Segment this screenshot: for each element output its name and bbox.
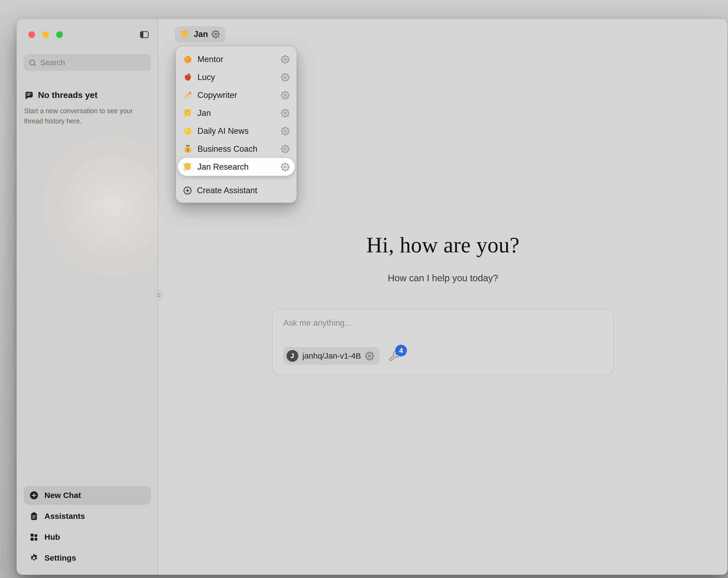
tools-count-badge: 4	[395, 345, 407, 356]
wave-emoji-icon	[183, 162, 192, 172]
nav-item-label: Assistants	[45, 512, 85, 521]
empty-state-title: No threads yet	[38, 90, 97, 100]
plus-circle-outline-icon	[183, 186, 192, 195]
zoom-window-button[interactable]	[56, 31, 63, 38]
app-window: No threads yet Start a new conversation …	[17, 19, 727, 575]
model-selector-button[interactable]: J janhq/Jan-v1-4B	[283, 347, 380, 365]
tools-button[interactable]: 4	[389, 350, 400, 362]
minimize-window-button[interactable]	[42, 31, 49, 38]
drag-dots-icon	[157, 292, 160, 298]
assistant-menu-item-label: Copywriter	[198, 91, 276, 100]
greeting-subtitle: How can I help you today?	[388, 273, 498, 283]
assistant-menu-item-jan[interactable]: Jan	[179, 104, 294, 122]
assistant-item-gear-icon[interactable]	[281, 145, 289, 153]
assistant-menu-item-jan-research[interactable]: Jan Research	[178, 158, 294, 176]
sidebar-item-hub[interactable]: Hub	[24, 528, 151, 547]
assistant-item-gear-icon[interactable]	[281, 73, 289, 82]
assistant-item-gear-icon[interactable]	[281, 91, 289, 100]
create-assistant-label: Create Assistant	[197, 186, 289, 195]
orange-circle-emoji-icon	[183, 55, 192, 64]
assistant-menu-item-label: Jan Research	[198, 162, 276, 172]
search-field[interactable]	[41, 58, 146, 67]
assistant-item-gear-icon[interactable]	[281, 163, 289, 171]
sidebar-toggle-button[interactable]	[139, 30, 149, 40]
yellow-circle-emoji-icon	[183, 126, 192, 136]
assistant-item-gear-icon[interactable]	[281, 127, 289, 135]
assistant-menu-item-daily-ai-news[interactable]: Daily AI News	[179, 122, 294, 140]
assistant-item-gear-icon[interactable]	[281, 55, 289, 64]
greeting-title: Hi, how are you?	[366, 232, 520, 258]
sidebar-toggle-icon	[139, 30, 149, 40]
composer[interactable]: J janhq/Jan-v1-4B 4	[272, 308, 614, 375]
search-input[interactable]	[24, 54, 151, 71]
composer-toolbar: J janhq/Jan-v1-4B 4	[283, 347, 604, 365]
sidebar-resize-handle[interactable]	[155, 290, 162, 300]
model-name: janhq/Jan-v1-4B	[303, 351, 361, 360]
menu-divider	[180, 178, 292, 179]
titlebar	[17, 19, 158, 40]
sidebar-item-new-chat[interactable]: New Chat	[24, 486, 151, 505]
sidebar-item-assistants[interactable]: Assistants	[24, 507, 151, 526]
chat-bubble-icon	[24, 91, 34, 100]
assistant-menu-item-copywriter[interactable]: Copywriter	[179, 86, 294, 104]
model-avatar: J	[287, 350, 298, 362]
apple-emoji-icon	[183, 73, 192, 82]
model-settings-gear-icon[interactable]	[365, 352, 374, 360]
assistant-item-gear-icon[interactable]	[281, 109, 289, 118]
nav-item-label: Hub	[45, 532, 60, 542]
assistant-menu-item-label: Business Coach	[198, 144, 276, 154]
empty-state: No threads yet Start a new conversation …	[17, 71, 158, 126]
sidebar-item-settings[interactable]: Settings	[24, 549, 151, 567]
money-bag-emoji-icon	[183, 144, 192, 154]
create-assistant-button[interactable]: Create Assistant	[179, 181, 294, 199]
plus-circle-icon	[29, 491, 38, 500]
assistant-menu-item-label: Lucy	[198, 73, 276, 82]
main-area: Jan Mentor Lucy Copywriter	[158, 19, 727, 575]
wave-emoji-icon	[183, 108, 192, 118]
pencil-emoji-icon	[183, 91, 192, 100]
hub-grid-icon	[29, 532, 38, 542]
assistant-menu-item-business-coach[interactable]: Business Coach	[179, 140, 294, 158]
assistant-menu-item-lucy[interactable]: Lucy	[179, 68, 294, 86]
nav-item-label: New Chat	[45, 491, 81, 500]
assistant-menu: Mentor Lucy Copywriter Jan Daily AI News	[176, 46, 297, 203]
assistant-menu-item-label: Mentor	[198, 55, 276, 64]
search-icon	[28, 58, 37, 67]
sidebar: No threads yet Start a new conversation …	[17, 19, 158, 575]
prompt-input[interactable]	[283, 318, 604, 328]
assistant-menu-item-mentor[interactable]: Mentor	[179, 50, 294, 68]
assistant-menu-item-label: Jan	[198, 108, 276, 118]
assistants-clipboard-icon	[29, 512, 38, 521]
settings-gear-icon	[29, 553, 38, 562]
nav-item-label: Settings	[45, 553, 76, 562]
empty-state-description: Start a new conversation to see your thr…	[24, 106, 142, 126]
assistant-menu-item-label: Daily AI News	[198, 126, 276, 136]
traffic-lights	[28, 31, 63, 38]
sidebar-bottom-nav: New Chat Assistants Hub Settings	[24, 486, 151, 567]
close-window-button[interactable]	[28, 31, 35, 38]
